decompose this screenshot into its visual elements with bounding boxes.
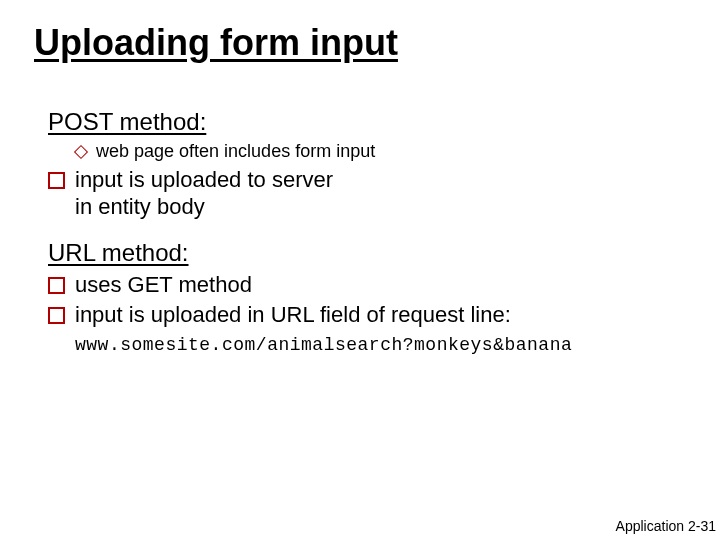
url-heading: URL method: xyxy=(48,239,688,267)
post-point-text: input is uploaded to server in entity bo… xyxy=(75,166,355,221)
post-sub-item: web page often includes form input xyxy=(74,140,688,163)
post-sub-text: web page often includes form input xyxy=(96,140,376,163)
url-point-2-prefix: input is uploaded in URL field of reques… xyxy=(75,302,511,327)
post-point: input is uploaded to server in entity bo… xyxy=(48,166,688,221)
square-bullet-icon xyxy=(48,307,65,324)
url-point-1-text: uses GET method xyxy=(75,271,252,299)
url-section: URL method: uses GET method input is upl… xyxy=(48,239,688,357)
url-example-code: www.somesite.com/animalsearch?monkeys&ba… xyxy=(75,335,572,355)
slide: Uploading form input POST method: web pa… xyxy=(0,0,720,540)
square-bullet-icon xyxy=(48,172,65,189)
url-point-2: input is uploaded in URL field of reques… xyxy=(48,301,688,356)
diamond-bullet-icon xyxy=(74,145,88,159)
post-section: POST method: web page often includes for… xyxy=(48,108,688,221)
post-heading: POST method: xyxy=(48,108,688,136)
url-point-2-text: input is uploaded in URL field of reques… xyxy=(75,301,675,356)
url-point-1: uses GET method xyxy=(48,271,688,299)
footer-pagenum: Application 2-31 xyxy=(616,518,716,534)
square-bullet-icon xyxy=(48,277,65,294)
slide-body: POST method: web page often includes for… xyxy=(48,108,688,359)
slide-title: Uploading form input xyxy=(34,22,398,64)
